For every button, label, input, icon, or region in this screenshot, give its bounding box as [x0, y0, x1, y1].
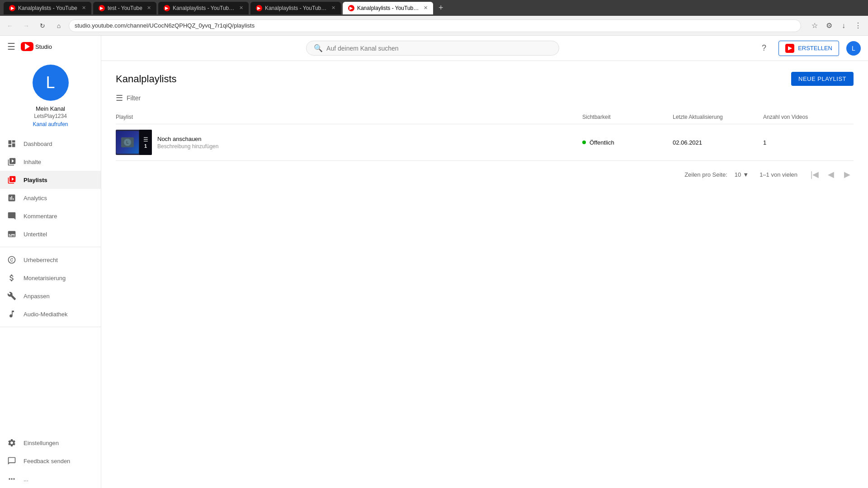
sidebar-item-inhalte[interactable]: Inhalte — [0, 153, 101, 171]
browser-tab-5[interactable]: ▶ Kanalplaylists - YouTube S... ✕ — [343, 2, 433, 14]
header-sichtbarkeit: Sichtbarkeit — [582, 114, 673, 120]
sidebar-item-anpassen[interactable]: Anpassen — [0, 287, 101, 305]
tab-close-1[interactable]: ✕ — [82, 5, 86, 11]
new-tab-button[interactable]: + — [435, 3, 447, 13]
cell-datum: 02.06.2021 — [673, 139, 763, 146]
sidebar-item-more-label: ... — [24, 476, 28, 483]
sidebar-divider-2 — [0, 327, 101, 327]
nav-icons: ☆ ⚙ ↓ ⋮ — [808, 19, 864, 32]
browser-tab-4[interactable]: ▶ Kanalplaylists - YouTube S... ✕ — [250, 2, 341, 14]
tab-close-5[interactable]: ✕ — [424, 5, 428, 11]
sidebar-item-untertitel-label: Untertitel — [24, 231, 47, 238]
sidebar-item-dashboard[interactable]: Dashboard — [0, 135, 101, 153]
tab-close-3[interactable]: ✕ — [239, 5, 243, 11]
sidebar-item-feedback[interactable]: Feedback senden — [0, 452, 101, 470]
tab-favicon-3: ▶ — [164, 5, 170, 11]
tab-title-1: Kanalplaylists - YouTube — [18, 5, 77, 11]
browser-tab-1[interactable]: ▶ Kanalplaylists - YouTube ✕ — [4, 2, 91, 14]
playlists-icon — [7, 175, 16, 184]
analytics-icon — [7, 193, 16, 202]
inhalte-icon — [7, 157, 16, 166]
tab-close-4[interactable]: ✕ — [331, 5, 335, 11]
more-icon — [7, 474, 16, 483]
sidebar-item-einstellungen[interactable]: Einstellungen — [0, 434, 101, 452]
main-area: 🔍 ? ▶ ERSTELLEN L Kanalplaylists NEUE PL… — [101, 36, 868, 488]
tab-favicon-1: ▶ — [9, 5, 15, 11]
sidebar-item-analytics[interactable]: Analytics — [0, 189, 101, 207]
sidebar-item-analytics-label: Analytics — [24, 195, 47, 202]
yt-studio-text: Studio — [35, 43, 52, 50]
sidebar-item-kommentare[interactable]: Kommentare — [0, 207, 101, 225]
back-button[interactable]: ← — [4, 19, 16, 32]
playlist-name[interactable]: Noch anschauen — [157, 136, 218, 142]
neue-playlist-button[interactable]: NEUE PLAYLIST — [791, 72, 854, 86]
sidebar-item-more[interactable]: ... — [0, 470, 101, 488]
address-text: studio.youtube.com/channel/UCocN6zQPHQZ_… — [75, 22, 255, 29]
filter-icon: ☰ — [116, 93, 123, 103]
menu-icon[interactable]: ⋮ — [852, 19, 864, 32]
search-input[interactable] — [326, 45, 552, 52]
erstellen-icon: ▶ — [785, 44, 794, 53]
audio-icon — [7, 310, 16, 319]
tab-title-3: Kanalplaylists - YouTube S... — [173, 5, 235, 11]
pagination-prev[interactable]: ◀ — [825, 168, 837, 181]
yt-studio-logo[interactable]: Studio — [21, 42, 52, 51]
sidebar-item-playlists[interactable]: Playlists — [0, 171, 101, 189]
reload-button[interactable]: ↻ — [36, 19, 49, 32]
home-button[interactable]: ⌂ — [52, 19, 65, 32]
download-icon[interactable]: ↓ — [837, 19, 850, 32]
sidebar-bottom: Einstellungen Feedback senden ... — [0, 434, 101, 488]
pagination-rows-label: Zeilen pro Seite: — [684, 171, 727, 178]
hamburger-menu[interactable]: ☰ — [7, 41, 15, 52]
forward-button[interactable]: → — [20, 19, 33, 32]
browser-tab-2[interactable]: ▶ test - YouTube ✕ — [93, 2, 156, 14]
sidebar-item-urheberrecht[interactable]: Urheberrecht — [0, 251, 101, 269]
filter-label[interactable]: Filter — [127, 94, 141, 102]
yt-logo-icon — [21, 42, 33, 51]
erstellen-button[interactable]: ▶ ERSTELLEN — [778, 41, 839, 56]
sidebar-item-kommentare-label: Kommentare — [24, 213, 57, 220]
tab-favicon-4: ▶ — [256, 5, 262, 11]
app: ☰ Studio L Mein Kanal LetsPlay1234 Kanal… — [0, 36, 868, 488]
tab-close-2[interactable]: ✕ — [147, 5, 151, 11]
dashboard-icon — [7, 139, 16, 148]
sidebar-item-monetarisierung[interactable]: Monetarisierung — [0, 269, 101, 287]
sidebar-item-audio-label: Audio-Mediathek — [24, 311, 68, 318]
header-anzahl: Anzahl von Videos — [763, 114, 854, 120]
nav-bar: ← → ↻ ⌂ studio.youtube.com/channel/UCocN… — [0, 16, 868, 36]
sidebar-item-feedback-label: Feedback senden — [24, 458, 70, 465]
pagination-first[interactable]: |◀ — [808, 168, 821, 181]
sidebar: ☰ Studio L Mein Kanal LetsPlay1234 Kanal… — [0, 36, 101, 488]
extension-icon[interactable]: ⚙ — [823, 19, 835, 32]
playlist-info: Noch anschauen Beschreibung hinzufügen — [157, 136, 218, 150]
einstellungen-icon — [7, 438, 16, 447]
playlist-thumbnail[interactable]: L ☰ 1 — [116, 130, 152, 155]
bookmark-icon[interactable]: ☆ — [808, 19, 821, 32]
sidebar-item-monetarisierung-label: Monetarisierung — [24, 275, 66, 282]
table-row: L ☰ 1 Noch anschauen Beschreibung — [116, 124, 854, 161]
rows-per-page-value: 10 — [735, 171, 741, 178]
sidebar-item-audio[interactable]: Audio-Mediathek — [0, 305, 101, 323]
tab-title-5: Kanalplaylists - YouTube S... — [357, 5, 419, 11]
thumb-list-icon: ☰ — [143, 136, 148, 143]
tab-favicon-2: ▶ — [99, 5, 105, 11]
browser-tab-3[interactable]: ▶ Kanalplaylists - YouTube S... ✕ — [158, 2, 249, 14]
sidebar-item-playlists-label: Playlists — [24, 177, 47, 183]
top-bar: 🔍 ? ▶ ERSTELLEN L — [101, 36, 868, 61]
address-bar[interactable]: studio.youtube.com/channel/UCocN6zQPHQZ_… — [69, 19, 801, 32]
user-avatar[interactable]: L — [846, 41, 861, 56]
help-button[interactable]: ? — [757, 41, 771, 56]
yt-play-triangle — [25, 43, 30, 50]
filter-bar: ☰ Filter — [101, 93, 868, 110]
channel-link[interactable]: Kanal aufrufen — [33, 121, 68, 127]
playlist-description[interactable]: Beschreibung hinzufügen — [157, 143, 218, 150]
thumb-right: ☰ 1 — [139, 130, 152, 155]
tab-title-4: Kanalplaylists - YouTube S... — [265, 5, 327, 11]
pagination-next[interactable]: ▶ — [841, 168, 854, 181]
monetarisierung-icon — [7, 273, 16, 282]
sidebar-item-untertitel[interactable]: Untertitel — [0, 225, 101, 243]
channel-avatar[interactable]: L — [33, 65, 69, 101]
tab-title-2: test - YouTube — [108, 5, 142, 11]
rows-per-page-select[interactable]: 10 ▼ — [735, 171, 749, 178]
sidebar-divider-1 — [0, 247, 101, 247]
